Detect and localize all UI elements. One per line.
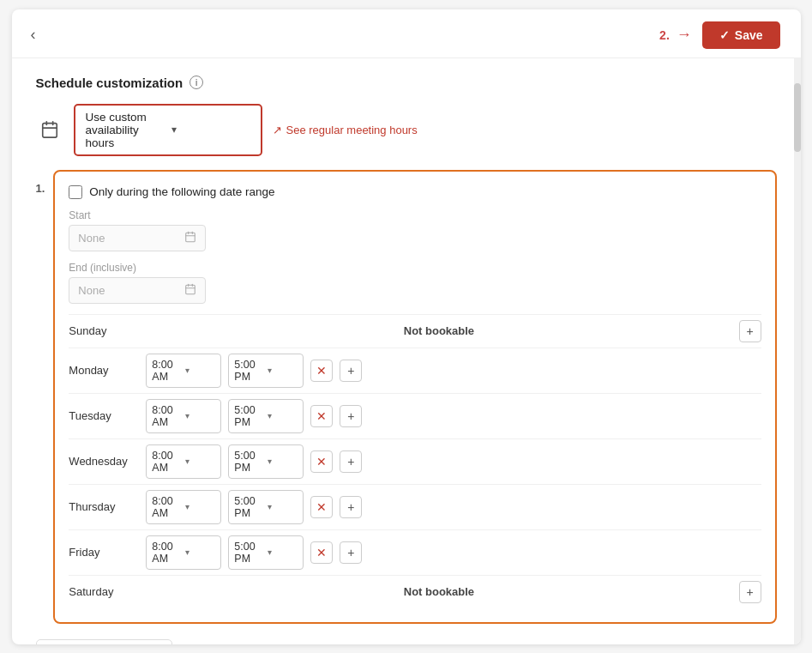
tuesday-end-chevron: ▾ bbox=[268, 411, 298, 420]
start-date-group: Start None bbox=[69, 209, 761, 251]
thursday-end-value: 5:00 PM bbox=[234, 495, 264, 519]
wednesday-add-button[interactable]: + bbox=[340, 450, 362, 473]
see-meeting-hours-link[interactable]: ↗ See regular meeting hours bbox=[273, 124, 418, 136]
svg-rect-4 bbox=[186, 233, 195, 242]
wednesday-remove-button[interactable]: ✕ bbox=[310, 450, 333, 473]
thursday-end-chevron: ▾ bbox=[268, 502, 298, 511]
info-icon[interactable]: i bbox=[189, 76, 203, 89]
saturday-not-bookable: Not bookable bbox=[146, 585, 731, 598]
monday-label: Monday bbox=[69, 364, 139, 377]
tuesday-end-time[interactable]: 5:00 PM ▾ bbox=[228, 399, 304, 433]
tuesday-start-time[interactable]: 8:00 AM ▾ bbox=[146, 399, 221, 433]
save-label: Save bbox=[735, 28, 763, 42]
header: ‹ 2. → ✓ Save bbox=[12, 9, 801, 58]
friday-start-time[interactable]: 8:00 AM ▾ bbox=[146, 535, 221, 570]
step-arrow-icon: → bbox=[677, 26, 692, 44]
wednesday-start-time[interactable]: 8:00 AM ▾ bbox=[146, 444, 221, 479]
start-date-placeholder: None bbox=[78, 232, 105, 245]
thursday-start-chevron: ▾ bbox=[185, 502, 215, 511]
tuesday-row: Tuesday 8:00 AM ▾ 5:00 PM ▾ ✕ + bbox=[69, 393, 761, 438]
thursday-start-time[interactable]: 8:00 AM ▾ bbox=[146, 490, 221, 524]
tuesday-label: Tuesday bbox=[69, 409, 139, 422]
sunday-label: Sunday bbox=[69, 324, 139, 337]
thursday-label: Thursday bbox=[69, 500, 139, 513]
main-panel: ‹ 2. → ✓ Save Schedule customization i bbox=[12, 9, 801, 644]
tuesday-start-chevron: ▾ bbox=[185, 411, 215, 420]
link-label: See regular meeting hours bbox=[286, 124, 418, 136]
chevron-down-icon: ▾ bbox=[171, 124, 250, 136]
monday-end-time[interactable]: 5:00 PM ▾ bbox=[228, 354, 304, 388]
day-rows: Sunday Not bookable + Monday 8:00 AM ▾ bbox=[69, 314, 761, 608]
monday-remove-button[interactable]: ✕ bbox=[310, 360, 333, 382]
monday-end-value: 5:00 PM bbox=[234, 359, 264, 383]
section-title: Schedule customization i bbox=[36, 76, 777, 90]
back-button[interactable]: ‹ bbox=[26, 24, 41, 45]
svg-rect-0 bbox=[42, 124, 57, 138]
start-calendar-icon bbox=[184, 231, 196, 245]
content-area: Schedule customization i Use custom avai… bbox=[12, 58, 801, 644]
friday-remove-button[interactable]: ✕ bbox=[310, 541, 333, 564]
numbered-section: 1. Only during the following date range … bbox=[36, 170, 777, 624]
friday-start-value: 8:00 AM bbox=[152, 541, 182, 565]
friday-row: Friday 8:00 AM ▾ 5:00 PM ▾ ✕ + bbox=[69, 529, 761, 575]
step-label: 2. → bbox=[659, 26, 692, 44]
tuesday-add-button[interactable]: + bbox=[340, 405, 362, 427]
thursday-remove-button[interactable]: ✕ bbox=[310, 496, 333, 518]
wednesday-start-chevron: ▾ bbox=[185, 456, 215, 466]
monday-end-chevron: ▾ bbox=[268, 366, 298, 375]
wednesday-row: Wednesday 8:00 AM ▾ 5:00 PM ▾ ✕ + bbox=[69, 438, 761, 484]
sunday-add-button[interactable]: + bbox=[739, 320, 761, 342]
wednesday-end-chevron: ▾ bbox=[268, 456, 298, 466]
end-label: End (inclusive) bbox=[69, 262, 761, 274]
step-number-label: 2. bbox=[659, 28, 670, 42]
availability-hours-dropdown[interactable]: Use custom availability hours ▾ bbox=[74, 104, 262, 156]
date-range-checkbox[interactable] bbox=[69, 185, 82, 199]
scrollbar-track bbox=[794, 57, 801, 644]
start-date-input[interactable]: None bbox=[69, 225, 206, 251]
sunday-not-bookable-text: Not bookable bbox=[404, 324, 474, 337]
saturday-row: Saturday Not bookable + bbox=[69, 575, 761, 608]
saturday-not-bookable-text: Not bookable bbox=[404, 585, 474, 598]
link-icon: ↗ bbox=[273, 124, 282, 136]
bordered-box: Only during the following date range Sta… bbox=[53, 170, 776, 624]
page-title: Schedule customization bbox=[36, 76, 183, 90]
wednesday-label: Wednesday bbox=[69, 455, 139, 468]
saturday-add-button[interactable]: + bbox=[739, 581, 761, 603]
calendar-icon bbox=[36, 116, 63, 143]
tuesday-remove-button[interactable]: ✕ bbox=[310, 405, 333, 427]
advanced-options-button[interactable]: + Advanced options bbox=[36, 639, 172, 644]
end-calendar-icon bbox=[184, 283, 196, 298]
friday-start-chevron: ▾ bbox=[185, 547, 215, 557]
monday-add-button[interactable]: + bbox=[340, 360, 362, 382]
end-date-placeholder: None bbox=[78, 284, 105, 297]
tuesday-end-value: 5:00 PM bbox=[234, 404, 264, 428]
wednesday-end-value: 5:00 PM bbox=[234, 450, 264, 474]
friday-label: Friday bbox=[69, 546, 139, 559]
saturday-label: Saturday bbox=[69, 585, 139, 598]
monday-row: Monday 8:00 AM ▾ 5:00 PM ▾ ✕ + bbox=[69, 348, 761, 393]
sunday-row: Sunday Not bookable + bbox=[69, 314, 761, 348]
start-label: Start bbox=[69, 209, 761, 221]
wednesday-start-value: 8:00 AM bbox=[152, 450, 182, 474]
monday-start-time[interactable]: 8:00 AM ▾ bbox=[146, 354, 221, 388]
friday-add-button[interactable]: + bbox=[340, 541, 362, 564]
top-row: Use custom availability hours ▾ ↗ See re… bbox=[36, 104, 777, 156]
friday-end-time[interactable]: 5:00 PM ▾ bbox=[228, 535, 304, 570]
friday-end-chevron: ▾ bbox=[268, 547, 298, 557]
thursday-end-time[interactable]: 5:00 PM ▾ bbox=[228, 490, 304, 524]
wednesday-end-time[interactable]: 5:00 PM ▾ bbox=[228, 444, 304, 479]
dropdown-label: Use custom availability hours bbox=[86, 111, 165, 149]
save-button[interactable]: ✓ Save bbox=[702, 21, 780, 49]
svg-rect-8 bbox=[186, 285, 195, 294]
header-right: 2. → ✓ Save bbox=[659, 21, 779, 49]
date-range-label[interactable]: Only during the following date range bbox=[89, 185, 274, 198]
friday-end-value: 5:00 PM bbox=[234, 541, 264, 565]
monday-start-value: 8:00 AM bbox=[152, 359, 182, 383]
step-number: 1. bbox=[36, 182, 45, 195]
sunday-not-bookable: Not bookable bbox=[146, 324, 731, 337]
tuesday-start-value: 8:00 AM bbox=[152, 404, 182, 428]
scrollbar-thumb[interactable] bbox=[794, 83, 801, 152]
thursday-row: Thursday 8:00 AM ▾ 5:00 PM ▾ ✕ + bbox=[69, 484, 761, 529]
thursday-add-button[interactable]: + bbox=[340, 496, 362, 518]
end-date-input[interactable]: None bbox=[69, 277, 206, 304]
